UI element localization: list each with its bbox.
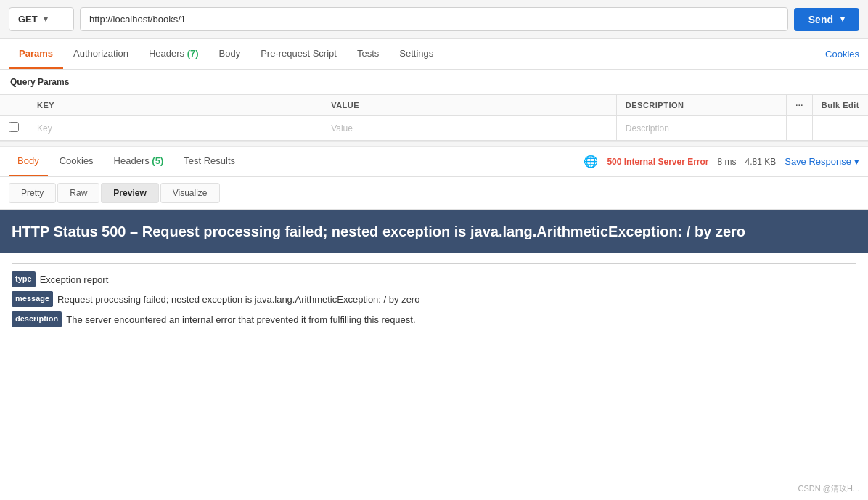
view-tab-visualize[interactable]: Visualize [160, 183, 220, 203]
value-cell[interactable]: Value [322, 116, 617, 141]
row-checkbox[interactable] [9, 122, 19, 132]
params-table: KEY VALUE DESCRIPTION ··· Bulk Edit Key … [0, 94, 868, 141]
bulk-cell [812, 116, 868, 141]
tab-response-cookies[interactable]: Cookies [51, 147, 102, 176]
section-divider [0, 141, 868, 147]
response-preview: HTTP Status 500 – Request processing fai… [0, 210, 868, 341]
exc-key-message: message [12, 291, 53, 307]
key-col-header: KEY [28, 95, 322, 116]
tab-response-headers[interactable]: Headers (5) [105, 147, 173, 176]
response-size: 4.81 KB [745, 157, 777, 167]
response-tab-bar: Body Cookies Headers (5) Test Results 🌐 … [0, 147, 868, 177]
tab-response-body[interactable]: Body [9, 147, 48, 176]
send-button[interactable]: Send ▾ [794, 8, 859, 31]
save-response-label: Save Response [785, 156, 851, 167]
method-label: GET [18, 14, 38, 25]
desc-cell[interactable]: Description [616, 116, 786, 141]
tab-params[interactable]: Params [9, 39, 63, 69]
url-bar: GET ▾ Send ▾ [0, 0, 868, 39]
exc-key-type: type [12, 271, 36, 287]
url-input[interactable] [80, 7, 788, 31]
send-chevron: ▾ [840, 15, 845, 24]
value-col-header: VALUE [322, 95, 617, 116]
exception-row-description: description The server encountered an in… [12, 311, 856, 328]
tab-authorization[interactable]: Authorization [63, 39, 139, 69]
tab-prerequest[interactable]: Pre-request Script [250, 39, 347, 69]
exception-row-type: type Exception report [12, 271, 856, 288]
view-tab-pretty[interactable]: Pretty [9, 183, 56, 203]
send-label: Send [808, 14, 833, 25]
method-chevron: ▾ [44, 15, 48, 24]
bulk-col-header[interactable]: Bulk Edit [812, 95, 868, 116]
exc-val-message: Request processing failed; nested except… [57, 291, 419, 308]
checkbox-col-header [0, 95, 28, 116]
row-checkbox-cell[interactable] [0, 116, 28, 141]
save-response-button[interactable]: Save Response ▾ [785, 156, 859, 167]
tab-tests[interactable]: Tests [347, 39, 389, 69]
response-meta: 🌐 500 Internal Server Error 8 ms 4.81 KB… [584, 155, 859, 168]
actions-col-header: ··· [787, 95, 813, 116]
desc-col-header: DESCRIPTION [616, 95, 786, 116]
query-params-label: Query Params [0, 70, 868, 94]
exc-val-type: Exception report [40, 271, 109, 288]
view-tab-bar: Pretty Raw Preview Visualize [0, 177, 868, 210]
globe-icon: 🌐 [584, 155, 598, 168]
exception-body: type Exception report message Request pr… [0, 253, 868, 341]
response-time: 8 ms [718, 157, 737, 167]
cookies-link[interactable]: Cookies [825, 49, 859, 60]
http-status-heading: HTTP Status 500 – Request processing fai… [0, 210, 868, 253]
exc-val-description: The server encountered an internal error… [66, 311, 415, 328]
view-tab-preview[interactable]: Preview [101, 183, 158, 203]
response-status: 500 Internal Server Error [607, 157, 708, 167]
method-select[interactable]: GET ▾ [9, 7, 74, 31]
exception-divider [12, 263, 856, 264]
actions-cell [787, 116, 813, 141]
tab-response-test-results[interactable]: Test Results [175, 147, 244, 176]
key-cell[interactable]: Key [28, 116, 322, 141]
table-row: Key Value Description [0, 116, 868, 141]
tab-headers[interactable]: Headers (7) [139, 39, 209, 69]
view-tab-raw[interactable]: Raw [57, 183, 99, 203]
request-tab-bar: Params Authorization Headers (7) Body Pr… [0, 39, 868, 70]
save-response-chevron: ▾ [854, 156, 859, 167]
exc-key-description: description [12, 311, 62, 327]
tab-body[interactable]: Body [209, 39, 251, 69]
exception-row-message: message Request processing failed; neste… [12, 291, 856, 308]
tab-settings[interactable]: Settings [389, 39, 443, 69]
